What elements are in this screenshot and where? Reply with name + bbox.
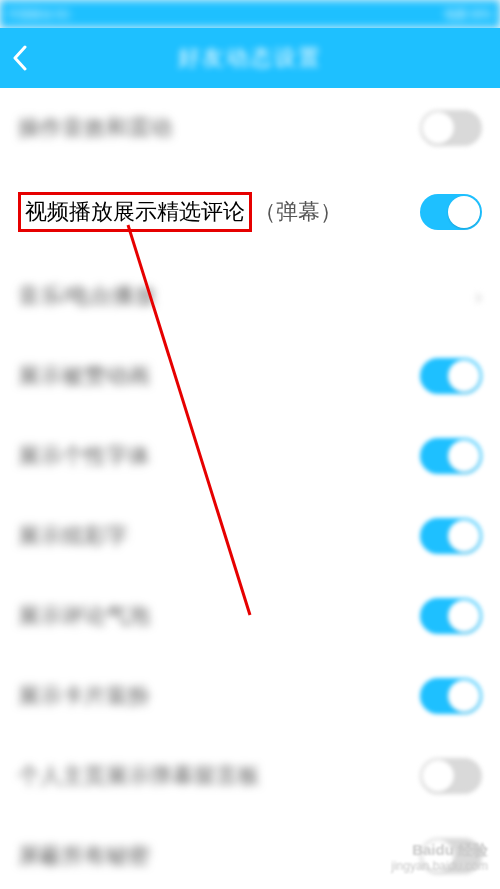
row-label: 视频播放展示精选评论 [25, 199, 245, 224]
row-label: 操作音效和震动 [18, 113, 172, 143]
toggle-card-decoration[interactable] [420, 678, 482, 714]
toggle-color-text[interactable] [420, 518, 482, 554]
toggle-comment-bubble[interactable] [420, 598, 482, 634]
settings-list: 操作音效和震动 视频播放展示精选评论 （弹幕） 音乐/电台播放 › 展示被赞动画… [0, 88, 500, 889]
toggle-sound-vibration[interactable] [420, 110, 482, 146]
watermark: Baidu 经验 jingyan.baidu.com [391, 840, 488, 875]
row-custom-font[interactable]: 展示个性字体 [0, 416, 500, 496]
row-comment-bubble[interactable]: 展示评论气泡 [0, 576, 500, 656]
highlight-box: 视频播放展示精选评论 [18, 192, 252, 232]
toggle-custom-font[interactable] [420, 438, 482, 474]
status-bar: 中国移动 5G 电量 68% [0, 0, 500, 28]
row-label: 屏蔽所有秘密 [18, 841, 150, 871]
row-label-wrap: 视频播放展示精选评论 （弹幕） [18, 192, 342, 232]
header: 好友动态设置 [0, 28, 500, 88]
row-label: 个人主页展示弹幕留言板 [18, 761, 260, 791]
toggle-video-comments[interactable] [420, 194, 482, 230]
row-label: 展示评论气泡 [18, 601, 150, 631]
toggle-profile-danmaku[interactable] [420, 758, 482, 794]
row-music-radio[interactable]: 音乐/电台播放 › [0, 256, 500, 336]
row-sound-vibration[interactable]: 操作音效和震动 [0, 88, 500, 168]
row-label-suffix: （弹幕） [254, 199, 342, 224]
row-card-decoration[interactable]: 展示卡片装扮 [0, 656, 500, 736]
row-like-animation[interactable]: 展示被赞动画 [0, 336, 500, 416]
page-title: 好友动态设置 [10, 43, 490, 73]
row-label: 展示被赞动画 [18, 361, 150, 391]
row-color-text[interactable]: 展示炫彩字 [0, 496, 500, 576]
row-label: 音乐/电台播放 [18, 281, 156, 311]
toggle-like-animation[interactable] [420, 358, 482, 394]
row-label: 展示炫彩字 [18, 521, 128, 551]
row-profile-danmaku[interactable]: 个人主页展示弹幕留言板 [0, 736, 500, 816]
row-label: 展示个性字体 [18, 441, 150, 471]
row-video-comments[interactable]: 视频播放展示精选评论 （弹幕） [0, 168, 500, 256]
chevron-right-icon: › [475, 285, 482, 308]
row-label: 展示卡片装扮 [18, 681, 150, 711]
